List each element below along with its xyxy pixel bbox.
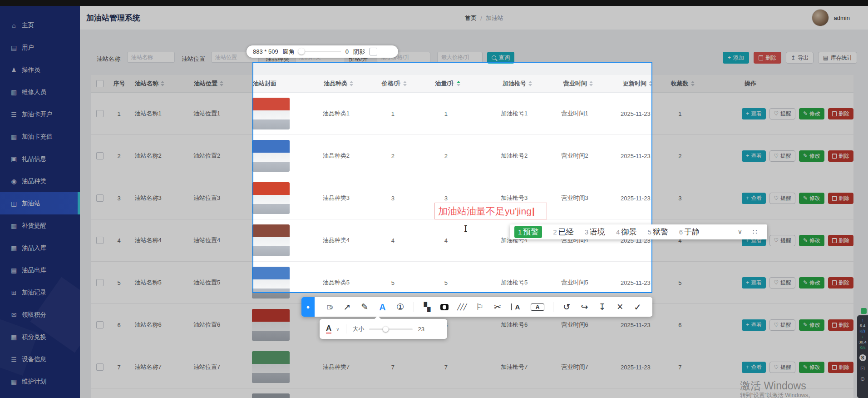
station-cover-image[interactable] — [252, 351, 290, 383]
edit-button[interactable]: ✎修改 — [799, 108, 824, 119]
checkbox[interactable] — [96, 363, 104, 371]
ime-candidate-5[interactable]: 5狱警 — [647, 227, 668, 237]
column-header[interactable]: 更新时间 — [597, 80, 661, 88]
station-name-input[interactable] — [127, 52, 175, 63]
ime-candidate-1[interactable]: 1预警 — [514, 226, 542, 238]
column-header[interactable]: 营业时间 — [538, 80, 597, 88]
delete-button[interactable]: 删除 — [828, 277, 853, 289]
view-button[interactable]: +查看 — [742, 193, 766, 204]
confirm-icon[interactable]: ✓ — [633, 303, 642, 312]
chevron-down-icon[interactable]: ∨ — [336, 327, 339, 332]
sidebar-item-2[interactable]: ▤用户 — [0, 36, 80, 59]
checkbox[interactable] — [96, 321, 104, 328]
annotation-text-box[interactable]: 加油站油量不足yu'jing | — [434, 203, 547, 219]
delete-button[interactable]: 删除 — [828, 235, 853, 246]
crop-tool-icon[interactable]: ⊡ — [860, 365, 865, 372]
column-header[interactable]: 油品种类 — [311, 80, 370, 88]
checkbox[interactable] — [96, 152, 104, 159]
delete-rows-button[interactable]: 删除 — [754, 52, 781, 64]
add-button[interactable]: +添加 — [723, 52, 749, 64]
blur-tool-icon[interactable] — [440, 304, 449, 310]
shadow-checkbox[interactable] — [370, 48, 377, 55]
redo-icon[interactable]: ↪ — [580, 303, 589, 311]
checkbox[interactable] — [96, 80, 104, 87]
number-badge-tool-icon[interactable]: ① — [396, 303, 405, 311]
slider-knob[interactable] — [383, 326, 389, 332]
corner-radius-slider[interactable] — [299, 51, 341, 52]
ime-candidate-6[interactable]: 6于静 — [679, 227, 700, 237]
username[interactable]: admin — [834, 15, 850, 21]
sidebar-item-14[interactable]: ✉领取积分 — [0, 303, 80, 326]
shape-tool-icon[interactable]: □○ — [325, 303, 334, 310]
chevron-down-icon[interactable]: ∨ — [738, 228, 742, 235]
avatar[interactable] — [812, 9, 829, 26]
pen-tool-icon[interactable]: ✎ — [360, 303, 369, 311]
sort-carets-icon[interactable] — [220, 81, 223, 86]
station-cover-image[interactable] — [252, 393, 290, 398]
magnifier-icon[interactable]: ⊙ — [860, 376, 865, 382]
remind-button[interactable]: ♡提醒 — [769, 235, 795, 246]
slider-knob[interactable] — [298, 48, 305, 55]
column-header[interactable]: 价格/升 — [370, 80, 418, 88]
edit-button[interactable]: ✎修改 — [799, 235, 824, 246]
sidebar-item-12[interactable]: ▤油品出库 — [0, 259, 80, 281]
sidebar-item-3[interactable]: ♟操作员 — [0, 59, 80, 81]
sidebar-item-7[interactable]: ▣礼品信息 — [0, 148, 80, 170]
sidebar-item-11[interactable]: ▦油品入库 — [0, 237, 80, 259]
max-price-input[interactable] — [437, 52, 483, 63]
export-button[interactable]: ↥导出 — [786, 52, 814, 64]
checkbox[interactable] — [96, 279, 104, 286]
view-button[interactable]: +查看 — [742, 150, 766, 162]
net-speed-widget[interactable]: ↑ 6.4 K/s ↓ 30.4 K/s S ⊡ ⊙ — [857, 315, 868, 398]
sidebar-item-9[interactable]: ◫加油站 — [0, 192, 80, 214]
edit-button[interactable]: ✎修改 — [799, 362, 824, 373]
sidebar-item-16[interactable]: ☰设备信息 — [0, 348, 80, 370]
sort-carets-icon[interactable] — [403, 81, 407, 86]
sidebar-item-4[interactable]: ▥维修人员 — [0, 81, 80, 103]
sidebar-item-17[interactable]: ▦维护计划 — [0, 370, 80, 393]
station-cover-image[interactable] — [252, 98, 290, 129]
station-cover-image[interactable] — [252, 182, 290, 214]
sidebar-item-5[interactable]: ☰加油卡开户 — [0, 103, 80, 125]
station-cover-image[interactable] — [252, 309, 290, 341]
delete-button[interactable]: 删除 — [828, 150, 853, 162]
sort-carets-icon[interactable] — [649, 81, 652, 86]
ime-candidate-2[interactable]: 2已经 — [553, 227, 573, 237]
close-icon[interactable]: × — [616, 302, 625, 312]
remind-button[interactable]: ♡提醒 — [769, 277, 795, 289]
view-button[interactable]: +查看 — [742, 319, 766, 331]
edit-button[interactable]: ✎修改 — [799, 193, 824, 204]
sidebar-item-10[interactable]: ▦补货提醒 — [0, 214, 80, 237]
checkbox[interactable] — [96, 237, 104, 244]
checkbox[interactable] — [96, 110, 104, 117]
view-button[interactable]: +查看 — [742, 362, 766, 373]
checkbox[interactable] — [96, 194, 104, 202]
remind-button[interactable]: ♡提醒 — [769, 150, 795, 162]
font-size-slider[interactable] — [369, 328, 413, 330]
sidebar-item-8[interactable]: ◉油品种类 — [0, 170, 80, 192]
delete-button[interactable]: 删除 — [828, 362, 853, 373]
edit-button[interactable]: ✎修改 — [799, 277, 824, 289]
sort-carets-icon[interactable] — [457, 81, 460, 86]
column-header[interactable]: 油站名称 — [129, 80, 183, 88]
edit-button[interactable]: ✎修改 — [799, 319, 824, 331]
sort-carets-icon[interactable] — [350, 81, 353, 86]
column-header[interactable]: 油站位置 — [183, 80, 241, 88]
remind-button[interactable]: ♡提醒 — [769, 362, 795, 373]
cut-tool-icon[interactable]: ✂ — [493, 303, 502, 311]
stock-stats-button[interactable]: ▤库存统计 — [818, 52, 857, 64]
remind-button[interactable]: ♡提醒 — [769, 108, 795, 119]
delete-button[interactable]: 删除 — [828, 108, 853, 119]
pin-tool-icon[interactable]: ⚐ — [475, 303, 484, 311]
remind-button[interactable]: ♡提醒 — [769, 193, 795, 204]
station-cover-image[interactable] — [252, 267, 290, 298]
sidebar-item-1[interactable]: ⌂主页 — [0, 14, 80, 36]
extract-text-icon[interactable]: A — [511, 303, 522, 310]
sidebar-item-6[interactable]: ▦加油卡充值 — [0, 125, 80, 148]
delete-button[interactable]: 删除 — [828, 319, 853, 331]
column-header[interactable]: 收藏数 — [661, 80, 704, 88]
view-button[interactable]: +查看 — [742, 277, 766, 289]
widget-status-icon[interactable] — [861, 308, 867, 314]
sort-carets-icon[interactable] — [528, 81, 532, 86]
sidebar-item-13[interactable]: ⊞加油记录 — [0, 281, 80, 303]
